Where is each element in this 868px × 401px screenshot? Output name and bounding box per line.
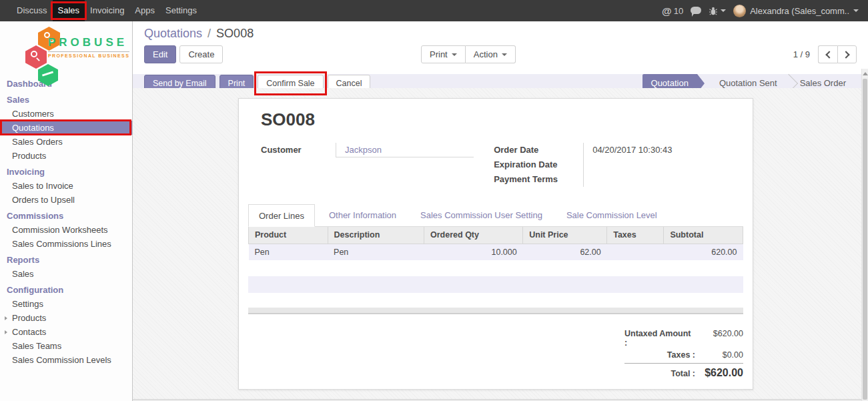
sidebar: PROBUSE PROFESSIONAL BUSINESS Dashboard … <box>0 21 133 401</box>
action-dropdown-label: Action <box>474 49 498 59</box>
empty-table-row <box>248 276 743 293</box>
expiration-date-field-value <box>584 157 731 161</box>
expand-caret-icon <box>5 330 7 334</box>
column-header-taxes[interactable]: Taxes <box>607 227 664 244</box>
nav-item-apps[interactable]: Apps <box>129 0 160 21</box>
sidebar-item-sales-to-invoice[interactable]: Sales to Invoice <box>0 179 132 193</box>
cell-product[interactable]: Pen <box>249 244 328 260</box>
column-header-ordered-qty[interactable]: Ordered Qty <box>424 227 523 244</box>
sidebar-item-config-contacts-label: Contacts <box>12 327 46 337</box>
sidebar-menu: Dashboard Sales Customers Quotations Sal… <box>0 75 132 367</box>
print-dropdown-label: Print <box>430 49 448 59</box>
nav-item-sales[interactable]: Sales <box>53 0 85 21</box>
breadcrumb-separator: / <box>205 27 213 40</box>
breadcrumb: Quotations / SO008 <box>144 27 868 41</box>
sidebar-item-commission-worksheets[interactable]: Commission Worksheets <box>0 223 132 237</box>
pager: 1 / 9 <box>793 45 857 63</box>
tab-order-lines[interactable]: Order Lines <box>248 204 315 227</box>
tab-sales-commission-user-setting[interactable]: Sales Commission User Setting <box>410 204 552 226</box>
user-menu[interactable]: Alexandra (Sales_comm.. <box>733 5 859 17</box>
edit-button[interactable]: Edit <box>144 45 176 63</box>
sidebar-item-products[interactable]: Products <box>0 149 132 163</box>
probuse-logo: PROBUSE PROFESSIONAL BUSINESS <box>0 21 132 75</box>
nav-item-invoicing[interactable]: Invoicing <box>85 0 129 21</box>
column-header-subtotal[interactable]: Subtotal <box>664 227 743 244</box>
sidebar-item-reports-sales[interactable]: Sales <box>0 267 132 281</box>
nav-item-discuss[interactable]: Discuss <box>11 0 53 21</box>
tab-sale-commission-level[interactable]: Sale Commission Level <box>556 204 667 226</box>
action-dropdown-button[interactable]: Action <box>466 45 516 63</box>
sidebar-item-customers[interactable]: Customers <box>0 107 132 121</box>
control-panel: Quotations / SO008 Edit Create Print Act… <box>133 27 868 74</box>
mention-count: 10 <box>674 6 683 16</box>
user-name-label: Alexandra (Sales_comm.. <box>750 6 849 16</box>
pager-next-button[interactable] <box>837 45 857 63</box>
sidebar-item-sales-teams[interactable]: Sales Teams <box>0 339 132 353</box>
chevron-down-icon <box>853 9 859 12</box>
sidebar-item-sales-commissions-lines[interactable]: Sales Commissions Lines <box>0 237 132 251</box>
untaxed-amount-value: $620.00 <box>695 329 743 338</box>
sidebar-heading-commissions[interactable]: Commissions <box>0 207 132 223</box>
chevron-down-icon <box>452 53 457 56</box>
vertical-scrollbar[interactable] <box>861 69 868 401</box>
customer-field-label: Customer <box>261 143 336 157</box>
logo-subtitle: PROFESSIONAL BUSINESS <box>48 51 129 58</box>
cell-ordered-qty[interactable]: 10.000 <box>424 244 523 260</box>
empty-table-row <box>248 293 743 308</box>
untaxed-amount-label: Untaxed Amount : <box>624 329 695 348</box>
taxes-value: $0.00 <box>695 350 743 360</box>
sidebar-heading-invoicing[interactable]: Invoicing <box>0 163 132 179</box>
bug-icon <box>709 7 718 15</box>
payment-terms-field-label: Payment Terms <box>494 172 584 187</box>
mentions-counter[interactable]: @ 10 <box>662 5 683 17</box>
column-header-description[interactable]: Description <box>328 227 424 244</box>
sidebar-item-orders-to-upsell[interactable]: Orders to Upsell <box>0 193 132 207</box>
chat-icon[interactable] <box>691 7 701 14</box>
sidebar-item-config-products[interactable]: Products <box>0 311 132 325</box>
notebook-tabs: Order Lines Other Information Sales Comm… <box>248 204 743 227</box>
top-nav-right: @ 10 Alexandra (Sales_comm.. <box>662 0 868 21</box>
field-groups: Customer Jackpson Order Date 04/20/2017 … <box>261 143 731 187</box>
scrollbar-up-arrow-icon[interactable] <box>863 72 868 75</box>
sidebar-item-config-contacts[interactable]: Contacts <box>0 325 132 339</box>
sidebar-heading-sales[interactable]: Sales <box>0 91 132 107</box>
payment-terms-field-value <box>584 172 731 176</box>
main-area: Quotations / SO008 Edit Create Print Act… <box>133 21 868 401</box>
nav-item-sales-label: Sales <box>58 5 80 15</box>
avatar <box>733 5 746 17</box>
create-button[interactable]: Create <box>179 45 223 63</box>
chevron-down-icon <box>502 53 507 56</box>
cell-subtotal[interactable]: 620.00 <box>664 244 743 260</box>
sidebar-item-quotations-label: Quotations <box>12 123 54 133</box>
pager-previous-button[interactable] <box>818 45 837 63</box>
sidebar-item-quotations[interactable]: Quotations <box>0 121 132 135</box>
sidebar-item-settings[interactable]: Settings <box>0 297 132 311</box>
table-horizontal-scrollbar[interactable] <box>248 308 743 314</box>
document-sheet: SO008 Customer Jackpson Order Date 04/20… <box>238 98 753 390</box>
sidebar-item-sales-orders[interactable]: Sales Orders <box>0 135 132 149</box>
sidebar-heading-reports[interactable]: Reports <box>0 251 132 267</box>
chevron-left-icon <box>825 51 833 58</box>
sidebar-item-config-products-label: Products <box>12 313 46 323</box>
chevron-right-icon <box>842 51 849 58</box>
cell-taxes[interactable] <box>607 244 664 260</box>
column-header-unit-price[interactable]: Unit Price <box>523 227 607 244</box>
cell-unit-price[interactable]: 62.00 <box>523 244 607 260</box>
customer-field-value[interactable]: Jackpson <box>336 143 474 157</box>
odoo-app-window: Discuss Sales Invoicing Apps Settings @ … <box>0 0 868 401</box>
control-panel-buttons-row: Edit Create Print Action 1 / 9 <box>144 45 857 63</box>
print-dropdown-button[interactable]: Print <box>421 45 466 63</box>
empty-table-row <box>248 260 743 276</box>
nav-item-settings[interactable]: Settings <box>160 0 202 21</box>
cell-description[interactable]: Pen <box>328 244 424 260</box>
sidebar-item-sales-commission-levels[interactable]: Sales Commission Levels <box>0 353 132 367</box>
column-header-product[interactable]: Product <box>249 227 328 244</box>
sidebar-heading-configuration[interactable]: Configuration <box>0 281 132 297</box>
breadcrumb-quotations-link[interactable]: Quotations <box>144 27 202 40</box>
table-row[interactable]: Pen Pen 10.000 62.00 620.00 <box>249 244 743 260</box>
order-date-field-label: Order Date <box>494 143 584 157</box>
debug-menu[interactable] <box>709 7 726 15</box>
scrollbar-thumb[interactable] <box>863 79 867 400</box>
tab-other-information[interactable]: Other Information <box>319 204 406 226</box>
sidebar-item-dashboard[interactable]: Dashboard <box>0 75 132 91</box>
